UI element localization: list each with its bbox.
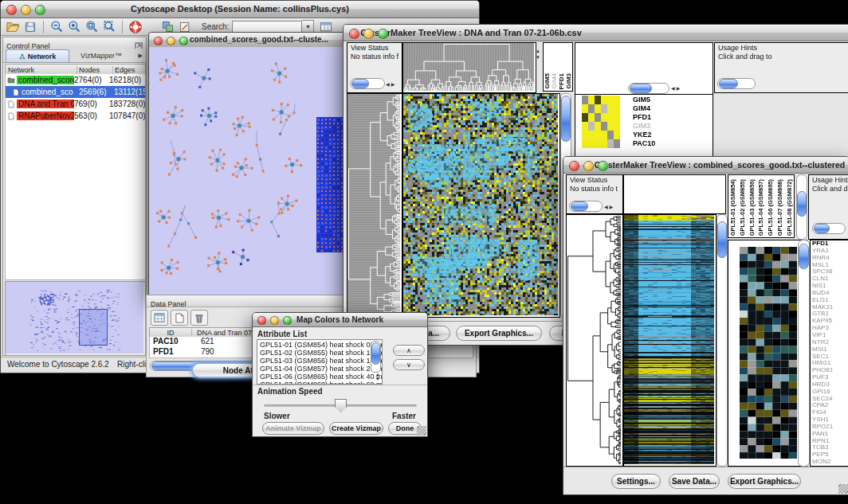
tv1-detail-scrollbar[interactable]	[628, 83, 669, 94]
tv2-hints-scrollbar[interactable]	[812, 223, 846, 234]
detail-gene-label[interactable]: YKE2	[633, 131, 681, 139]
zoom-out-icon[interactable]	[48, 19, 65, 35]
tv1-row-dendrogram[interactable]	[347, 93, 402, 318]
birdseye-canvas[interactable]	[6, 282, 143, 354]
network-row[interactable]: combined_scores2764(0)16218(0)	[6, 74, 145, 86]
network-row[interactable]: RNAPuberNov2+I563(0)107847(0)	[6, 110, 145, 122]
tab-overflow-button[interactable]: ▶	[133, 49, 146, 62]
minimize-icon[interactable]	[583, 161, 594, 171]
attribute-list-item[interactable]: GPL51-02 (GSM855) heat shock 10 min	[260, 349, 382, 357]
column-label[interactable]: GIM5	[544, 73, 551, 89]
column-label[interactable]: GIM4	[551, 73, 558, 89]
tv2-heatmap[interactable]	[623, 214, 716, 467]
tv2-genelist-vscrollbar[interactable]	[798, 240, 810, 467]
close-icon[interactable]	[6, 5, 17, 15]
scroll-thumb[interactable]	[561, 96, 571, 142]
resize-grip[interactable]	[417, 426, 426, 436]
tv2-detail-heatmap-canvas[interactable]	[740, 247, 797, 459]
column-label[interactable]: YKE2	[572, 72, 573, 89]
detail-gene-label[interactable]: GIM4	[633, 104, 681, 113]
col-network[interactable]: Network	[6, 66, 77, 74]
scroll-thumb[interactable]	[717, 221, 727, 258]
zoom-window-icon[interactable]	[378, 29, 388, 39]
scroll-arrows[interactable]: ◀▶	[671, 85, 681, 91]
data-col-id[interactable]: ID	[150, 329, 192, 337]
scroll-thumb[interactable]	[630, 84, 652, 93]
tv1-detail-matrix-canvas[interactable]	[582, 96, 620, 148]
col-edges[interactable]: Edges	[113, 66, 145, 74]
tv1-hints-scrollbar[interactable]	[717, 78, 756, 89]
minimize-icon[interactable]	[270, 316, 279, 325]
minimize-icon[interactable]	[21, 5, 31, 15]
detail-gene-label[interactable]: PFD1	[633, 113, 681, 122]
move-up-button[interactable]: ∧	[393, 345, 425, 356]
tv1-heatmap[interactable]	[402, 93, 560, 318]
attribute-list-item[interactable]: GPL51-04 (GSM857) heat shock 20 min	[260, 365, 382, 373]
settings-button[interactable]: Settings...	[611, 474, 661, 489]
main-title-bar[interactable]: Cytoscape Desktop (Session Name: collins…	[1, 1, 479, 18]
slider-thumb[interactable]	[335, 399, 347, 412]
scroll-arrows[interactable]: ◀▶	[604, 204, 614, 209]
column-label[interactable]: PFD1	[558, 73, 565, 89]
tv1-status-scrollbar[interactable]	[350, 78, 385, 89]
attribute-list-item[interactable]: GPL51-06 (GSM865) heat shock 40 min	[260, 373, 382, 381]
scroll-thumb[interactable]	[814, 224, 830, 233]
attribute-list-item[interactable]: GPL51-03 (GSM856) heat shock 15 min	[260, 357, 382, 365]
zoom-window-icon[interactable]	[35, 5, 45, 15]
column-label[interactable]: GPL51-02 (GSM855)	[739, 179, 746, 236]
column-label[interactable]: GPL51-06 (GSM865)	[767, 179, 774, 236]
delete-attribute-trash-icon[interactable]	[190, 310, 208, 326]
tv2-row-dendrogram[interactable]	[566, 214, 623, 467]
network-canvas[interactable]	[149, 47, 344, 295]
column-label[interactable]: GPL51-08 (GSM872)	[786, 179, 793, 236]
close-icon[interactable]	[569, 161, 579, 171]
scroll-thumb[interactable]	[797, 191, 807, 217]
save-data-button[interactable]: Save Data...	[669, 474, 720, 489]
column-label[interactable]: GPL51-03 (GSM856)	[748, 179, 756, 236]
zoom-window-icon[interactable]	[283, 316, 292, 325]
export-graphics-button[interactable]: Export Graphics...	[456, 326, 542, 341]
column-label[interactable]: GPL51-01 (GSM854)	[729, 179, 736, 236]
column-label[interactable]: GPL51-04 (GSM857)	[757, 179, 764, 236]
col-nodes[interactable]: Nodes	[77, 66, 113, 74]
create-vizmap-button[interactable]: Create Vizmap	[329, 422, 383, 435]
list-scroll-arrows[interactable]: ▲▼	[375, 372, 380, 381]
tv2-status-scrollbar[interactable]	[569, 201, 603, 212]
tv2-collabels-vscrollbar[interactable]	[796, 174, 807, 240]
birdseye-view[interactable]	[5, 281, 146, 356]
move-down-button[interactable]: ∨	[393, 359, 425, 370]
detail-gene-label[interactable]: GIM3	[633, 122, 681, 131]
scroll-arrows[interactable]: ◀▶	[386, 81, 396, 87]
minimize-icon[interactable]	[363, 29, 374, 39]
scroll-thumb[interactable]	[351, 79, 369, 88]
column-label[interactable]: GIM3	[565, 73, 572, 89]
resize-grip[interactable]	[838, 484, 848, 494]
treeview1-title-bar[interactable]: ClusterMaker TreeView : DNA and Tran 07-…	[344, 25, 848, 41]
network-row[interactable]: DNA and Tran 07769(0)183728(0)	[6, 98, 145, 110]
scroll-thumb[interactable]	[719, 79, 738, 88]
detail-gene-label[interactable]: GIM5	[633, 96, 681, 104]
gene-label[interactable]: MON2	[811, 459, 848, 466]
attribute-list-item[interactable]: GPL51-01 (GSM854) heat shock 05 min	[260, 341, 382, 349]
attribute-table-icon[interactable]	[151, 310, 168, 326]
export-graphics-button[interactable]: Export Graphics...	[728, 474, 801, 489]
close-icon[interactable]	[257, 316, 266, 325]
animate-vizmap-button[interactable]: Animate Vizmap	[262, 422, 324, 435]
save-icon[interactable]	[22, 19, 39, 35]
tab-network[interactable]: Network	[6, 49, 69, 62]
tab-vizmapper[interactable]: VizMapper™	[69, 49, 133, 62]
tv1-coldendro-arrows[interactable]: ▲▼	[536, 49, 540, 61]
zoom-window-icon[interactable]	[598, 161, 608, 171]
tv2-column-dendrogram[interactable]	[623, 174, 726, 214]
attribute-list[interactable]: GPL51-01 (GSM854) heat shock 05 minGPL51…	[257, 339, 383, 385]
treeview2-title-bar[interactable]: ClusterMaker TreeView : combined_scores_…	[563, 157, 848, 174]
attribute-list-vscrollbar[interactable]	[371, 341, 381, 373]
column-label[interactable]: GPL51-07 (GSM868)	[776, 179, 783, 236]
tv1-column-dendrogram[interactable]	[402, 42, 536, 93]
detail-gene-label[interactable]: PAC10	[633, 139, 681, 148]
new-attribute-icon[interactable]	[171, 310, 188, 326]
scroll-thumb[interactable]	[371, 342, 380, 365]
tv2-heatmap-vscrollbar[interactable]	[716, 214, 728, 467]
close-icon[interactable]	[349, 29, 359, 39]
network-row[interactable]: combined_sco2569(6)13112(15)	[6, 86, 145, 98]
